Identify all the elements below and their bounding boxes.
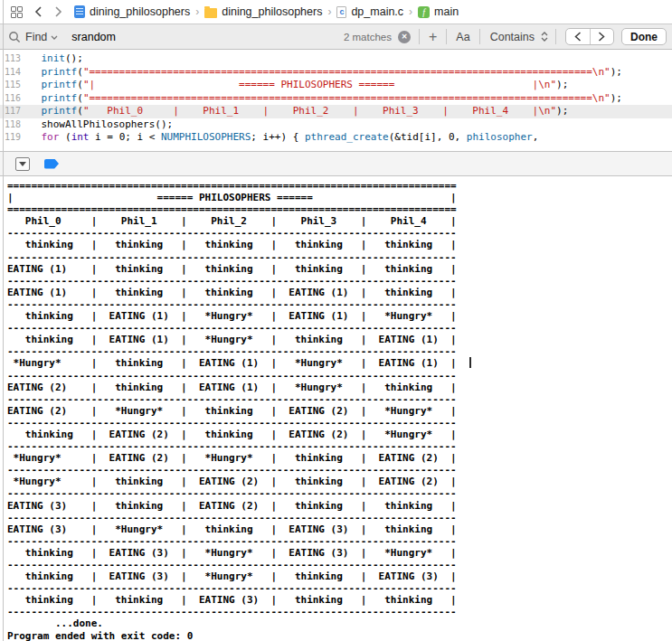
close-icon: ✕ [402,33,408,41]
code-line[interactable]: 119 for (int i = 0; i < NUMPHILOSOPHERS;… [0,131,672,145]
code-seg: philosopher [467,131,533,143]
find-scope-button[interactable]: Find [25,31,47,43]
match-case-button[interactable]: Aa [447,31,478,43]
code-seg: ); [610,92,622,104]
triangle-down-icon [19,162,26,166]
code-seg: int [71,131,90,143]
back-button[interactable] [34,6,43,17]
code-seg: " Phil_0 | Phil_1 | Phil_2 | Phil_3 | Ph… [83,105,556,117]
chevron-right-icon [54,6,62,17]
code-seg: i = [90,131,119,143]
code-seg [17,52,42,64]
code-text: printf("================================… [17,92,622,106]
code-line[interactable]: 115 printf("| ====== PHILOSOPHERS ======… [0,79,672,92]
code-line[interactable]: 113 init(); [0,52,672,66]
related-items-icon[interactable] [11,6,23,18]
code-seg [17,131,42,143]
code-seg: printf [42,105,78,117]
folder-icon [204,8,217,18]
code-seg: ( [77,79,83,90]
next-match-button[interactable] [590,29,614,44]
find-bar: Find srandom 2 matches ✕ + Aa Contains D… [0,24,672,50]
code-seg [17,79,42,90]
code-seg: printf [42,92,78,104]
code-seg: ; i < [125,131,161,143]
breadcrumb-symbol[interactable]: f main [418,5,459,18]
navigator-split-divider[interactable] [3,0,4,641]
code-text: printf(" Phil_0 | Phil_1 | Phil_2 | Phil… [17,105,568,118]
code-editor[interactable]: 113 init(); 114 printf("================… [0,50,672,151]
code-seg: 0 [449,131,455,143]
breadcrumb-separator: › [195,5,199,18]
code-line[interactable]: 116 printf("============================… [0,92,672,106]
breakpoint-icon[interactable] [44,159,59,169]
code-seg: for [42,131,60,143]
match-mode-select[interactable]: Contains [480,31,555,43]
code-seg: showAllPhilosophers(); [17,118,173,130]
code-seg: ( [59,131,71,143]
function-icon: f [418,6,430,18]
find-navigation-group [565,28,614,45]
code-seg: , [455,131,467,143]
breadcrumb-group[interactable]: dining_philosophers [204,5,322,18]
code-seg: printf [42,66,78,78]
code-seg: ( [77,105,83,117]
code-text: printf("================================… [17,66,622,80]
code-text: printf("| ====== PHILOSOPHERS ====== |\n… [17,79,568,92]
code-seg [17,92,42,104]
text-cursor [469,357,471,368]
code-seg: ; i++) { [251,131,305,143]
code-seg: init [42,52,66,64]
breadcrumb-separator: › [409,5,412,18]
debug-bar [0,151,672,176]
code-seg: (); [65,52,83,64]
code-seg: ); [556,79,568,90]
code-seg: , [533,131,539,143]
code-text: init(); [17,52,83,66]
code-seg: "=======================================… [83,92,610,104]
toggle-console-button[interactable] [15,157,30,171]
divider [555,29,556,44]
c-file-icon: c [336,6,346,18]
code-seg: printf [42,79,78,90]
code-seg: ( [77,92,83,104]
code-seg: "| ====== PHILOSOPHERS ====== |\n" [83,79,556,90]
code-seg: NUMPHILOSOPHERS [161,131,251,143]
code-seg: "=======================================… [83,66,610,78]
code-text: for (int i = 0; i < NUMPHILOSOPHERS; i++… [17,131,538,145]
match-count-label: 2 matches [344,32,392,42]
clear-search-button[interactable]: ✕ [398,31,411,43]
breadcrumb-label: dining_philosophers [90,5,190,18]
stepper-icon [541,32,548,42]
jump-bar: dining_philosophers › dining_philosopher… [0,0,672,24]
search-input[interactable]: srandom [71,31,116,43]
chevron-left-icon [574,32,582,42]
code-seg: (&tid[i], [389,131,449,143]
code-seg [17,105,42,117]
code-line[interactable]: 114 printf("============================… [0,66,672,80]
add-search-criteria-button[interactable]: + [420,29,446,45]
previous-match-button[interactable] [566,29,590,44]
breadcrumb-label: dining_philosophers [222,5,322,18]
code-text: showAllPhilosophers(); [17,118,173,132]
breadcrumb-project[interactable]: dining_philosophers [74,5,190,18]
debug-console: ========================================… [0,176,672,640]
console-output[interactable]: ========================================… [0,176,672,641]
forward-button[interactable] [54,6,62,17]
code-seg: pthread_create [305,131,389,143]
chevron-down-icon [51,35,58,40]
breadcrumb-label: main [434,5,459,18]
done-button[interactable]: Done [621,28,667,45]
chevron-right-icon [598,32,605,42]
code-seg: ); [610,66,622,78]
breadcrumb-separator: › [327,5,331,18]
code-seg: ); [556,105,568,117]
code-seg [17,66,42,78]
project-icon [74,5,85,18]
code-seg: ( [77,66,83,78]
breadcrumb-label: dp_main.c [351,5,403,18]
code-line-current[interactable]: 117 printf(" Phil_0 | Phil_1 | Phil_2 | … [0,105,672,118]
breadcrumb-file[interactable]: c dp_main.c [336,5,403,18]
code-line[interactable]: 118 showAllPhilosophers(); [0,118,672,132]
match-mode-value: Contains [490,31,535,43]
